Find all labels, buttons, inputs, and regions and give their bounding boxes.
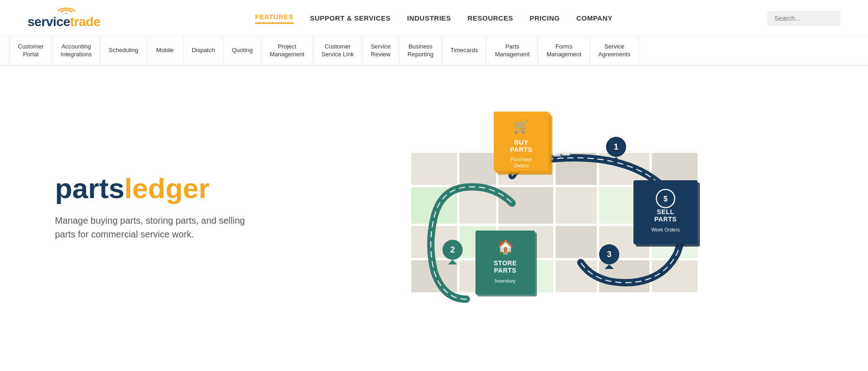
svg-text:PARTS: PARTS — [494, 267, 516, 274]
svg-text:Purchase: Purchase — [510, 156, 531, 162]
search-input[interactable] — [767, 11, 841, 26]
svg-rect-2 — [459, 153, 496, 185]
nav-pricing[interactable]: PRICING — [530, 14, 560, 22]
subnav-accounting[interactable]: AccountingIntegrations — [52, 37, 100, 65]
svg-text:2: 2 — [450, 245, 454, 254]
svg-text:PARTS: PARTS — [510, 146, 532, 153]
svg-text:BUY: BUY — [514, 139, 528, 146]
wifi-icon — [57, 7, 76, 14]
subnav-parts-management[interactable]: PartsManagement — [486, 37, 538, 65]
svg-text:Inventory: Inventory — [495, 278, 516, 284]
svg-point-0 — [66, 12, 67, 14]
svg-text:1: 1 — [613, 142, 618, 151]
subnav-service-agreements[interactable]: ServiceAgreements — [590, 37, 639, 65]
subnav-service-review[interactable]: ServiceReview — [362, 37, 399, 65]
svg-text:STORE: STORE — [493, 259, 516, 267]
subnav-dispatch[interactable]: Dispatch — [184, 37, 224, 65]
subnav-scheduling[interactable]: Scheduling — [100, 37, 147, 65]
hero-description: Manage buying parts, storing parts, and … — [55, 214, 247, 241]
hero-section: partsledger Manage buying parts, storing… — [0, 66, 868, 349]
svg-rect-16 — [556, 226, 597, 258]
hero-content: partsledger Manage buying parts, storing… — [55, 174, 247, 241]
subnav-business-reporting[interactable]: BusinessReporting — [399, 37, 442, 65]
svg-text:🏠: 🏠 — [497, 239, 514, 255]
svg-rect-9 — [498, 187, 553, 224]
svg-rect-10 — [556, 187, 597, 224]
top-navigation: servicetrade FEATURES SUPPORT & SERVICES… — [0, 0, 868, 37]
subnav-mobile[interactable]: Mobile — [147, 37, 184, 65]
nav-resources[interactable]: RESOURCES — [468, 14, 513, 22]
main-nav: FEATURES SUPPORT & SERVICES INDUSTRIES R… — [255, 13, 612, 24]
nav-support[interactable]: SUPPORT & SERVICES — [310, 14, 391, 22]
svg-text:PARTS: PARTS — [654, 215, 677, 223]
logo[interactable]: servicetrade — [27, 7, 100, 29]
svg-text:🛒: 🛒 — [513, 119, 529, 134]
svg-rect-1 — [411, 153, 457, 185]
svg-text:SELL: SELL — [657, 208, 674, 215]
hero-logo: partsledger — [55, 174, 247, 203]
subnav-timecards[interactable]: Timecards — [442, 37, 486, 65]
nav-features[interactable]: FEATURES — [255, 13, 294, 24]
svg-rect-23 — [599, 260, 650, 292]
sub-navigation: CustomerPortal AccountingIntegrations Sc… — [0, 37, 868, 66]
logo-text: servicetrade — [27, 15, 100, 29]
subnav-project-management[interactable]: ProjectManagement — [262, 37, 313, 65]
hero-diagram: 🛒 BUY PARTS Purchase Orders 🏠 STORE PART… — [247, 93, 831, 322]
svg-text:Work Orders: Work Orders — [651, 227, 680, 232]
svg-text:$: $ — [663, 195, 667, 203]
parts-ledger-diagram: 🛒 BUY PARTS Purchase Orders 🏠 STORE PART… — [375, 98, 704, 317]
subnav-customer-service-link[interactable]: CustomerService Link — [313, 37, 363, 65]
subnav-forms-management[interactable]: FormsManagement — [538, 37, 590, 65]
nav-industries[interactable]: INDUSTRIES — [407, 14, 451, 22]
subnav-customer-portal[interactable]: CustomerPortal — [9, 37, 52, 65]
subnav-quoting[interactable]: Quoting — [224, 37, 262, 65]
nav-company[interactable]: COMPANY — [576, 14, 612, 22]
svg-text:Orders: Orders — [513, 163, 529, 168]
svg-text:3: 3 — [606, 250, 611, 259]
